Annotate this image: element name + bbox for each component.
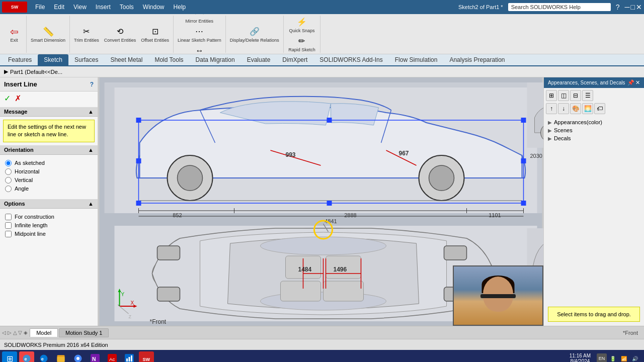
view-btn-2[interactable]: ◫ (558, 90, 569, 101)
view-btn-1[interactable]: ⊞ (546, 90, 557, 101)
quick-snaps-button[interactable]: ⚡ Quick Snaps (287, 15, 316, 34)
radio-angle[interactable]: Angle (5, 186, 93, 192)
svg-text:967: 967 (399, 150, 409, 157)
options-checkbox-group: For construction Infinite length Midpoin… (5, 214, 93, 237)
battery-icon[interactable]: 🔋 (608, 353, 618, 362)
exit-button[interactable]: ⇦ Exit (4, 25, 24, 44)
tab-features[interactable]: Features (2, 54, 38, 65)
mirror-entities-button[interactable]: ⟺ Mirror Entities (184, 14, 216, 25)
start-button[interactable]: ⊞ (2, 351, 17, 362)
appearances-icon[interactable]: 🎨 (570, 103, 581, 114)
tab-evaluate[interactable]: Evaluate (241, 54, 277, 65)
svg-text:852: 852 (173, 212, 182, 218)
onenote-icon[interactable]: N (88, 351, 103, 362)
menu-tools[interactable]: Tools (116, 3, 138, 12)
network-icon[interactable]: 📶 (619, 353, 629, 362)
ie-icon[interactable]: e (19, 351, 34, 362)
minimize-icon[interactable]: ─ (625, 3, 630, 11)
solidworks-logo: SW (2, 2, 27, 13)
edge-icon[interactable]: e (36, 351, 51, 362)
menu-insert[interactable]: Insert (92, 3, 115, 12)
tab-sketch[interactable]: Sketch (38, 54, 68, 65)
toolbar-display-section: 🔗 Display/Delete Relations (226, 16, 284, 53)
tab-model[interactable]: Model (30, 328, 58, 337)
tab-flow-simulation[interactable]: Flow Simulation (389, 54, 444, 65)
radio-vertical[interactable]: Vertical (5, 177, 93, 184)
radio-horizontal[interactable]: Horizontal (5, 168, 93, 175)
checkbox-midpoint-line[interactable]: Midpoint line (5, 231, 93, 237)
cancel-button[interactable]: ✗ (15, 94, 21, 103)
webcam-box (453, 265, 543, 326)
menu-window[interactable]: Window (139, 3, 169, 12)
radio-as-sketched[interactable]: As sketched (5, 160, 93, 166)
canvas-area[interactable]: 993 967 852 2888 1101 4841 15 (98, 77, 543, 326)
confirm-button[interactable]: ✓ (4, 94, 11, 103)
notif-area: EN 🔋 📶 🔊 (595, 353, 642, 362)
view-btn-4[interactable]: ☰ (582, 90, 593, 101)
svg-rect-88 (126, 358, 128, 361)
toolbar-smart-dim-section: 📏 Smart Dimension (27, 16, 70, 53)
tab-mold-tools[interactable]: Mold Tools (148, 54, 189, 65)
sound-icon[interactable]: 🔊 (630, 353, 640, 362)
solidworks-taskbar-icon[interactable]: SW (139, 351, 154, 362)
help-icon[interactable]: ? (616, 3, 620, 11)
tree-decals[interactable]: ▶ Decals (546, 134, 642, 142)
files-icon[interactable] (53, 351, 68, 362)
search-box[interactable]: Search SOLIDWORKS Help (508, 3, 611, 11)
orientation-section-header[interactable]: Orientation ▲ (0, 145, 98, 155)
acrobat-icon[interactable]: Ac (105, 351, 120, 362)
rapid-sketch-button[interactable]: ✏ Rapid Sketch (286, 34, 317, 53)
insert-line-icons: ? (90, 81, 94, 88)
svg-rect-12 (522, 201, 526, 205)
tree-arrow-decals: ▶ (548, 136, 552, 141)
options-section-header[interactable]: Options ▲ (0, 199, 98, 209)
scenes-icon[interactable]: 🌅 (582, 103, 593, 114)
tab-motion-study[interactable]: Motion Study 1 (59, 328, 109, 337)
offset-entities-button[interactable]: ⊡ Offset Entities (139, 25, 171, 44)
tab-sheet-metal[interactable]: Sheet Metal (104, 54, 148, 65)
svg-text:1484: 1484 (298, 266, 312, 273)
svg-rect-13 (328, 118, 332, 122)
lang-icon[interactable]: EN (597, 353, 607, 362)
info-icon[interactable]: ? (90, 81, 94, 88)
linear-sketch-pattern-button[interactable]: ⋯ Linear Sketch Pattern (176, 25, 223, 44)
tab-analysis-preparation[interactable]: Analysis Preparation (443, 54, 511, 65)
svg-rect-48 (324, 281, 364, 301)
stats-icon[interactable] (122, 351, 137, 362)
trim-entities-button[interactable]: ✂ Trim Entities (72, 25, 101, 44)
checkbox-for-construction[interactable]: For construction (5, 214, 93, 220)
tab-surfaces[interactable]: Surfaces (68, 54, 104, 65)
menu-file[interactable]: File (31, 3, 49, 12)
status-text: SOLIDWORKS Premium 2016 x64 Edition (4, 342, 108, 348)
svg-rect-16 (522, 159, 526, 163)
tab-dimxpert[interactable]: DimXpert (276, 54, 313, 65)
view-btn-3[interactable]: ⊟ (570, 90, 581, 101)
view-btn-6[interactable]: ↓ (558, 103, 569, 114)
convert-entities-button[interactable]: ⟲ Convert Entities (102, 25, 138, 44)
right-panel-pin-icon[interactable]: 📌 (627, 79, 634, 86)
decals-icon[interactable]: 🏷 (594, 103, 605, 114)
menu-edit[interactable]: Edit (50, 3, 68, 12)
right-panel-close-icon[interactable]: ✕ (635, 79, 640, 86)
chrome-icon[interactable] (70, 351, 86, 362)
menu-bar: SW File Edit View Insert Tools Window He… (0, 0, 644, 14)
confirm-cancel-bar: ✓ ✗ (0, 92, 98, 105)
smart-dimension-button[interactable]: 📏 Smart Dimension (29, 25, 67, 44)
right-top-buttons: ⊞ ◫ ⊟ ☰ (544, 88, 644, 103)
menu-view[interactable]: View (69, 3, 91, 12)
move-entities-button[interactable]: ↔ Move Entities (184, 44, 215, 55)
tree-scenes[interactable]: ▶ Scenes (546, 126, 642, 134)
tree-appearances[interactable]: ▶ Appearances(color) (546, 118, 642, 126)
view-controls: ◁ ▷ △ ▽ ◈ (2, 330, 28, 335)
view-btn-5[interactable]: ↑ (546, 103, 557, 114)
display-delete-relations-button[interactable]: 🔗 Display/Delete Relations (228, 25, 281, 44)
restore-icon[interactable]: □ (631, 3, 635, 11)
ribbon: Features Sketch Surfaces Sheet Metal Mol… (0, 54, 644, 66)
close-icon[interactable]: ✕ (636, 3, 642, 11)
checkbox-infinite-length[interactable]: Infinite length (5, 222, 93, 229)
message-section-header[interactable]: Message ▲ (0, 107, 98, 117)
tab-data-migration[interactable]: Data Migration (190, 54, 241, 65)
svg-point-82 (76, 357, 79, 360)
tab-solidworks-addins[interactable]: SOLIDWORKS Add-Ins (313, 54, 388, 65)
menu-help[interactable]: Help (170, 3, 190, 12)
